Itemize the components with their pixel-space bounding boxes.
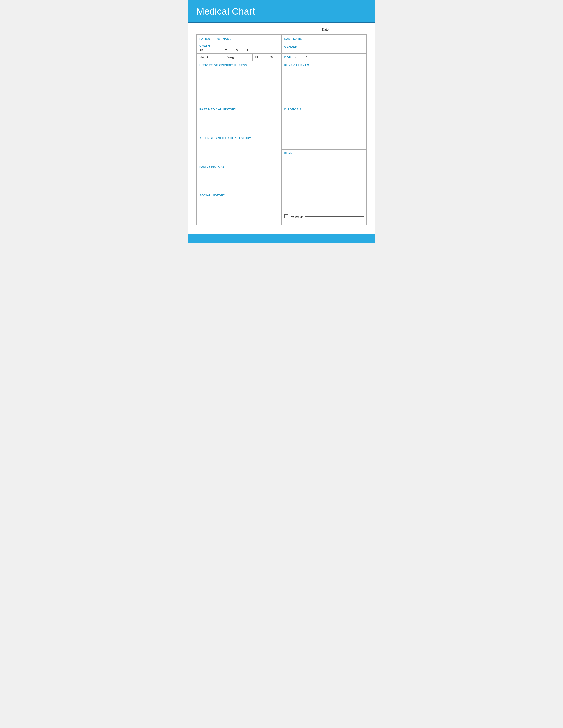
social-history-label: SOCIAL HISTORY: [199, 194, 225, 197]
dob-cell: DOB / /: [282, 54, 367, 61]
main-table: PATIENT FIRST NAME LAST NAME VITALS BP T…: [196, 34, 367, 225]
r-label: R: [246, 49, 248, 52]
vitals-bp-row: BP T P R: [199, 49, 279, 52]
left-column-sections: PAST MEDICAL HISTORY ALLERGIES/MEDICATIO…: [197, 105, 282, 225]
past-medical-history-section: PAST MEDICAL HISTORY: [197, 105, 282, 134]
header-divider: [188, 22, 375, 23]
bp-label: BP: [199, 49, 203, 52]
gender-cell: GENDER: [282, 43, 367, 54]
date-row: Date: [196, 28, 367, 31]
right-diagnosis-column: DIAGNOSIS PLAN Follow up: [282, 105, 367, 225]
page-title: Medical Chart: [196, 6, 367, 17]
footer: [188, 234, 375, 243]
social-history-section: SOCIAL HISTORY: [197, 191, 282, 225]
dob-label: DOB: [285, 56, 291, 59]
bmi-cell: BMI: [252, 54, 267, 61]
dob-slash-1: /: [296, 55, 296, 59]
hw-row: Height Weight BMI O2: [197, 54, 367, 61]
date-line: [331, 28, 367, 31]
o2-label: O2: [269, 56, 273, 59]
weight-cell: Weight: [225, 54, 252, 61]
follow-up-label: Follow up: [291, 215, 303, 218]
right-column-sections: DIAGNOSIS PLAN Follow up: [282, 105, 367, 225]
allergies-medication-section: ALLERGIES/MEDICATION HISTORY: [197, 134, 282, 163]
patient-first-name-cell: PATIENT FIRST NAME: [197, 35, 282, 43]
height-label: Height: [199, 56, 208, 59]
physical-exam-label: PHYSICAL EXAM: [285, 64, 309, 67]
left-history-column: PAST MEDICAL HISTORY ALLERGIES/MEDICATIO…: [197, 105, 282, 225]
follow-up-container: Follow up: [285, 155, 364, 218]
plan-section: PLAN Follow up: [282, 150, 367, 225]
vitals-label: VITALS: [199, 45, 279, 48]
allergies-medication-label: ALLERGIES/MEDICATION HISTORY: [199, 136, 251, 140]
height-cell: Height: [197, 54, 225, 61]
follow-up-line: [305, 216, 364, 217]
patient-first-name-label: PATIENT FIRST NAME: [199, 37, 231, 41]
diagnosis-section: DIAGNOSIS: [282, 105, 367, 150]
vitals-cell: VITALS BP T P R: [197, 43, 282, 54]
physical-exam-cell: PHYSICAL EXAM: [282, 61, 367, 105]
page: Medical Chart Date PATIENT FIRST NAME LA…: [188, 0, 375, 243]
bottom-section-row: PAST MEDICAL HISTORY ALLERGIES/MEDICATIO…: [197, 105, 367, 225]
follow-up-row: Follow up: [285, 214, 364, 218]
vitals-row: VITALS BP T P R GENDER: [197, 43, 367, 54]
hw-inner-table: Height Weight BMI O2: [197, 54, 282, 61]
gender-label: GENDER: [285, 45, 298, 48]
t-label: T: [225, 49, 227, 52]
history-present-illness-cell: HISTORY OF PRESENT ILLNESS: [197, 61, 282, 105]
dob-slash-2: /: [306, 55, 307, 59]
patient-last-name-label: LAST NAME: [285, 37, 302, 41]
diagnosis-label: DIAGNOSIS: [285, 108, 302, 111]
history-present-illness-label: HISTORY OF PRESENT ILLNESS: [199, 64, 247, 67]
p-label: P: [236, 49, 238, 52]
history-physical-row: HISTORY OF PRESENT ILLNESS PHYSICAL EXAM: [197, 61, 367, 105]
weight-label: Weight: [227, 56, 236, 59]
hw-cell: Height Weight BMI O2: [197, 54, 282, 61]
family-history-section: FAMILY HISTORY: [197, 163, 282, 191]
date-label: Date: [322, 28, 329, 31]
header: Medical Chart: [188, 0, 375, 22]
content-area: Date PATIENT FIRST NAME LAST NAME VITALS: [188, 23, 375, 234]
patient-last-name-cell: LAST NAME: [282, 35, 367, 43]
plan-label: PLAN: [285, 152, 293, 155]
family-history-label: FAMILY HISTORY: [199, 165, 224, 168]
patient-name-row: PATIENT FIRST NAME LAST NAME: [197, 35, 367, 43]
follow-up-checkbox[interactable]: [285, 214, 289, 218]
bmi-label: BMI: [255, 56, 260, 59]
past-medical-history-label: PAST MEDICAL HISTORY: [199, 108, 236, 111]
o2-cell: O2: [267, 54, 281, 61]
